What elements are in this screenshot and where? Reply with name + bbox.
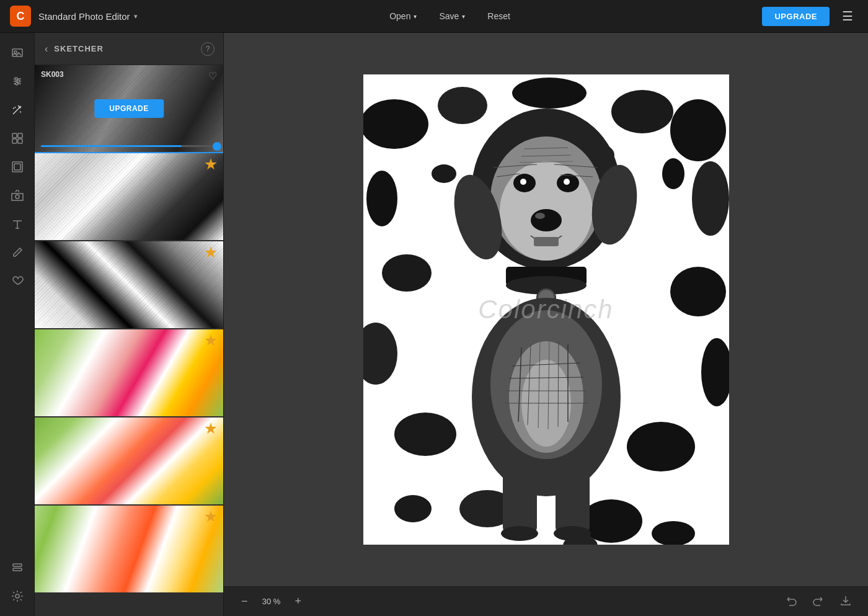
svg-rect-9 [12, 133, 17, 138]
panel-help-button[interactable]: ? [201, 42, 215, 56]
svg-point-38 [394, 495, 432, 522]
upgrade-button[interactable]: UPGRADE [762, 7, 830, 26]
svg-point-73 [501, 526, 538, 541]
premium-badge [205, 511, 217, 523]
svg-point-20 [363, 99, 428, 149]
redo-button[interactable] [808, 592, 828, 612]
sidebar-item-photo[interactable] [5, 40, 30, 65]
sidebar-item-apps[interactable] [5, 126, 30, 151]
icon-bar [0, 33, 35, 616]
save-button[interactable]: Save ▾ [430, 7, 474, 25]
filter-card-sk007[interactable] [35, 417, 223, 504]
svg-point-27 [382, 254, 432, 292]
filter-card-sk008[interactable] [35, 506, 223, 592]
filter-card-sk006[interactable] [35, 329, 223, 416]
bottom-right-buttons [781, 592, 856, 612]
zoom-controls: − 30 % + [236, 592, 306, 610]
sidebar-item-frames[interactable] [5, 154, 30, 179]
zoom-out-button[interactable]: − [236, 592, 253, 610]
slider-thumb[interactable] [213, 142, 221, 151]
filter-upgrade-button[interactable]: UPGRADE [94, 99, 164, 118]
sidebar-item-settings[interactable] [5, 584, 30, 609]
filter-thumb-sk008 [35, 506, 223, 592]
svg-point-8 [19, 107, 20, 108]
svg-point-35 [432, 164, 456, 183]
svg-rect-72 [556, 459, 590, 533]
svg-point-74 [554, 526, 591, 541]
sidebar-item-adjust[interactable] [5, 69, 30, 94]
svg-rect-12 [18, 139, 22, 143]
filter-list: SK003 UPGRADE ♡ [35, 65, 223, 616]
sidebar-item-draw[interactable] [5, 240, 30, 265]
sidebar-item-camera[interactable] [5, 183, 30, 208]
premium-badge [205, 422, 217, 435]
svg-rect-17 [13, 568, 22, 571]
canvas-area: ⬥ Plus Feature Upgrade to Colorcinch Plu… [224, 33, 868, 616]
svg-point-50 [531, 209, 562, 231]
filter-thumb-sk005 [35, 241, 223, 328]
filter-thumb-sk003: SK003 UPGRADE ♡ [35, 65, 223, 152]
sidebar-item-text[interactable] [5, 212, 30, 236]
svg-point-48 [520, 179, 526, 185]
svg-point-21 [438, 87, 487, 124]
title-chevron-icon: ▾ [134, 12, 138, 20]
filter-thumb-sk004 [35, 153, 223, 240]
panel-header: ‹ SKETCHER ? [35, 33, 223, 65]
svg-rect-14 [14, 164, 20, 170]
svg-rect-52 [534, 237, 559, 246]
filter-thumb-sk007 [35, 417, 223, 504]
zoom-in-button[interactable]: + [290, 592, 307, 610]
svg-point-28 [670, 267, 726, 316]
filter-slider-row [41, 145, 217, 147]
bottom-bar: − 30 % + [224, 586, 868, 616]
svg-point-23 [611, 90, 673, 133]
canvas-image: Colorcinch [363, 74, 729, 545]
app-logo: C [10, 6, 31, 27]
app-title-area[interactable]: Standard Photo Editor ▾ [38, 11, 138, 22]
svg-point-51 [535, 213, 545, 219]
undo-button[interactable] [781, 592, 801, 612]
canvas-main: ⬥ Plus Feature Upgrade to Colorcinch Plu… [224, 33, 868, 586]
svg-point-25 [692, 161, 729, 236]
svg-point-24 [670, 99, 726, 161]
dog-sketch-svg [363, 74, 729, 545]
panel-header-left: ‹ SKETCHER [43, 42, 104, 56]
svg-point-22 [512, 78, 587, 109]
open-button[interactable]: Open ▾ [381, 7, 425, 25]
app-title: Standard Photo Editor [38, 11, 130, 22]
filter-card-sk004[interactable] [35, 153, 223, 240]
save-chevron-icon: ▾ [462, 13, 465, 20]
svg-point-37 [662, 158, 684, 189]
sidebar-item-magic[interactable] [5, 97, 30, 122]
filter-thumb-sk006 [35, 329, 223, 416]
download-button[interactable] [836, 592, 856, 612]
sidebar-item-layers[interactable] [5, 555, 30, 580]
svg-point-5 [15, 78, 17, 80]
panel-back-button[interactable]: ‹ [43, 42, 49, 56]
intensity-slider[interactable] [41, 145, 217, 147]
slider-fill [41, 145, 182, 147]
svg-point-49 [564, 179, 570, 185]
svg-point-32 [627, 422, 695, 471]
topbar-right-actions: UPGRADE ☰ [762, 6, 858, 26]
topbar: C Standard Photo Editor ▾ Open ▾ Save ▾ … [0, 0, 868, 33]
filter-card-sk005[interactable] [35, 241, 223, 328]
effects-panel: ‹ SKETCHER ? SK003 UPGRADE ♡ [35, 33, 224, 616]
svg-point-26 [366, 171, 397, 226]
menu-button[interactable]: ☰ [837, 6, 858, 26]
svg-rect-16 [13, 564, 22, 566]
svg-point-15 [16, 195, 19, 199]
svg-point-18 [16, 594, 19, 598]
svg-rect-11 [12, 139, 17, 143]
sidebar-item-favorites[interactable] [5, 269, 30, 293]
svg-point-7 [16, 83, 18, 85]
heart-icon[interactable]: ♡ [208, 70, 217, 82]
topbar-center-actions: Open ▾ Save ▾ Reset [381, 7, 519, 25]
panel-title: SKETCHER [54, 44, 104, 53]
open-chevron-icon: ▾ [414, 13, 417, 20]
filter-card-sk003[interactable]: SK003 UPGRADE ♡ [35, 65, 223, 152]
svg-rect-71 [503, 459, 537, 533]
svg-point-31 [394, 413, 456, 456]
svg-rect-10 [18, 133, 22, 138]
reset-button[interactable]: Reset [479, 7, 519, 25]
